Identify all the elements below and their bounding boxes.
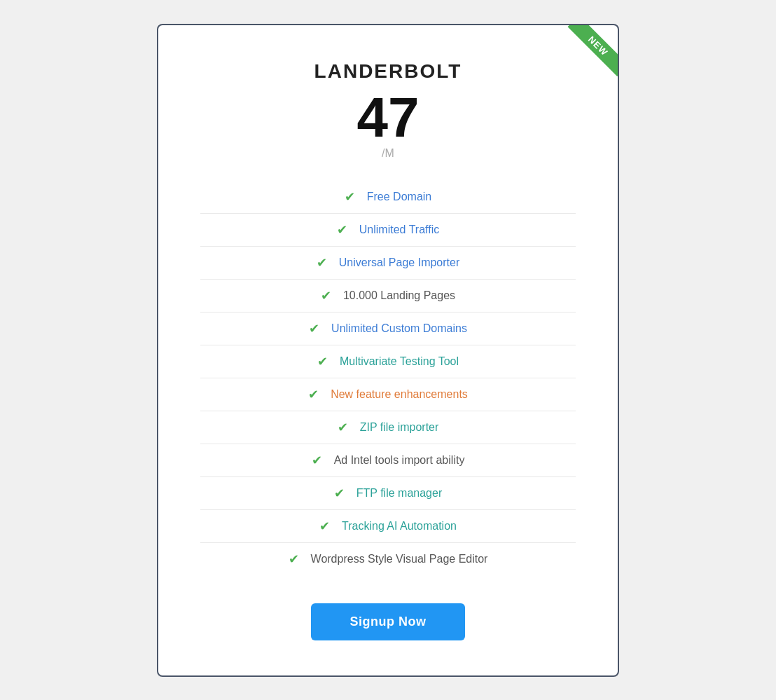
list-item: ✔Unlimited Custom Domains (200, 313, 576, 345)
check-icon: ✔ (312, 453, 326, 468)
list-item: ✔Unlimited Traffic (200, 214, 576, 247)
plan-title: LANDERBOLT (200, 60, 576, 83)
check-icon: ✔ (321, 288, 335, 303)
check-icon: ✔ (309, 321, 323, 336)
page-background: NEW LANDERBOLT 47 /M ✔Free Domain✔Unlimi… (0, 0, 776, 700)
list-item: ✔Wordpress Style Visual Page Editor (200, 543, 576, 575)
feature-label: Unlimited Traffic (359, 224, 439, 236)
check-icon: ✔ (308, 387, 322, 402)
check-icon: ✔ (289, 551, 303, 567)
feature-label: FTP file manager (356, 487, 442, 500)
list-item: ✔Multivariate Testing Tool (200, 345, 576, 378)
list-item: ✔Free Domain (200, 181, 576, 214)
signup-button[interactable]: Signup Now (311, 603, 465, 640)
list-item: ✔Tracking AI Automation (200, 510, 576, 543)
feature-label: Free Domain (367, 191, 431, 203)
list-item: ✔Ad Intel tools import ability (200, 444, 576, 477)
feature-label: Multivariate Testing Tool (340, 355, 459, 368)
new-ribbon: NEW (555, 25, 618, 88)
feature-label: Universal Page Importer (339, 256, 460, 269)
features-list: ✔Free Domain✔Unlimited Traffic✔Universal… (200, 181, 576, 575)
check-icon: ✔ (317, 354, 331, 369)
list-item: ✔10.000 Landing Pages (200, 280, 576, 313)
check-icon: ✔ (319, 519, 333, 534)
check-icon: ✔ (337, 222, 351, 238)
ribbon-label: NEW (568, 25, 618, 76)
feature-label: New feature enhancements (331, 388, 468, 401)
check-icon: ✔ (338, 420, 352, 435)
feature-label: Unlimited Custom Domains (331, 322, 467, 335)
feature-label: ZIP file importer (360, 421, 439, 434)
check-icon: ✔ (317, 255, 331, 270)
list-item: ✔ZIP file importer (200, 411, 576, 444)
check-icon: ✔ (334, 486, 348, 501)
feature-label: Tracking AI Automation (342, 520, 457, 533)
check-icon: ✔ (345, 189, 359, 205)
list-item: ✔FTP file manager (200, 477, 576, 510)
feature-label: Wordpress Style Visual Page Editor (311, 553, 488, 565)
price-container: 47 /M (200, 90, 576, 160)
price-period: /M (200, 147, 576, 160)
feature-label: Ad Intel tools import ability (334, 454, 465, 467)
feature-label: 10.000 Landing Pages (343, 289, 455, 302)
price-number: 47 (200, 90, 576, 146)
list-item: ✔New feature enhancements (200, 378, 576, 411)
pricing-card: NEW LANDERBOLT 47 /M ✔Free Domain✔Unlimi… (157, 24, 619, 677)
list-item: ✔Universal Page Importer (200, 247, 576, 280)
